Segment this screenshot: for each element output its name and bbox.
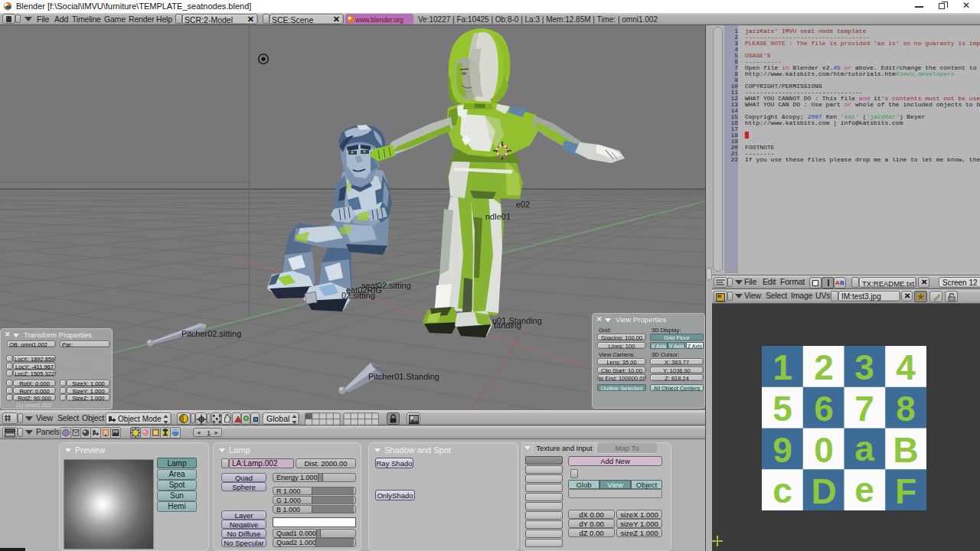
svg-text:c: c	[773, 471, 792, 510]
svg-text:7: 7	[854, 389, 874, 429]
svg-text:F: F	[895, 471, 916, 510]
svg-text:Pitcher01.Standing: Pitcher01.Standing	[368, 372, 439, 381]
svg-text:2: 2	[814, 347, 834, 387]
svg-text:B: B	[893, 430, 918, 470]
svg-text:8: 8	[896, 389, 916, 429]
svg-text:a: a	[854, 429, 874, 468]
svg-text:1: 1	[773, 347, 792, 387]
svg-text:02.sitting: 02.sitting	[341, 291, 375, 300]
svg-text:3: 3	[854, 347, 874, 387]
svg-text:9: 9	[773, 430, 792, 470]
svg-text:4: 4	[896, 347, 916, 387]
svg-text:ndle01: ndle01	[485, 212, 511, 221]
svg-text:e02: e02	[516, 200, 530, 209]
svg-text:tanding: tanding	[494, 321, 521, 330]
svg-text:6: 6	[814, 389, 834, 429]
svg-text:e: e	[854, 470, 874, 510]
svg-text:D: D	[811, 471, 836, 510]
svg-text:Pitcher02.sitting: Pitcher02.sitting	[181, 329, 241, 338]
svg-text:5: 5	[773, 389, 792, 429]
svg-text:0: 0	[814, 430, 834, 470]
